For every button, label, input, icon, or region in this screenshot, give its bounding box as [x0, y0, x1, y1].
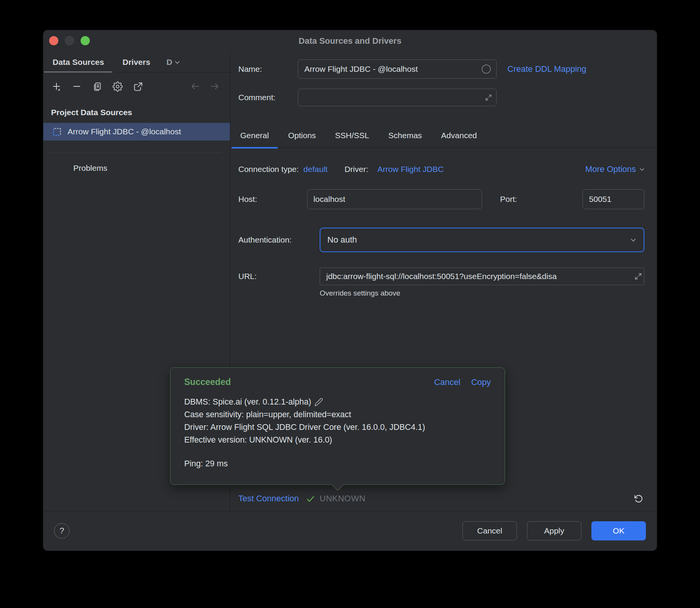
- chevron-down-icon: [638, 165, 646, 173]
- tab-advanced[interactable]: Advanced: [431, 124, 486, 148]
- driver-label: Driver:: [345, 165, 368, 174]
- url-hint-text: Overrides settings above: [320, 289, 400, 297]
- tab-ssh-ssl[interactable]: SSH/SSL: [325, 124, 379, 148]
- authentication-label: Authentication:: [238, 235, 320, 245]
- name-row: Name: Arrow Flight JDBC - @localhost Cre…: [238, 59, 646, 79]
- data-source-item-label: Arrow Flight JDBC - @localhost: [68, 127, 181, 136]
- host-label: Host:: [238, 195, 307, 204]
- open-in-new-icon[interactable]: [132, 81, 143, 92]
- connection-type-row: Connection type: default Driver: Arrow F…: [238, 162, 646, 176]
- forward-arrow-icon[interactable]: [209, 81, 220, 92]
- connection-status-text: UNKNOWN: [320, 494, 366, 504]
- more-options-link[interactable]: More Options: [585, 164, 646, 174]
- remove-data-source-icon[interactable]: [71, 81, 82, 92]
- chevron-down-icon[interactable]: [173, 58, 182, 66]
- tab-drivers[interactable]: Drivers: [113, 52, 159, 73]
- popup-copy-link[interactable]: Copy: [471, 377, 491, 387]
- apply-button[interactable]: Apply: [527, 521, 581, 540]
- driver-line: Driver: Arrow Flight SQL JDBC Driver Cor…: [184, 421, 491, 434]
- cancel-button[interactable]: Cancel: [462, 521, 517, 540]
- test-connection-row: Test Connection UNKNOWN: [238, 490, 644, 507]
- driver-value-link[interactable]: Arrow Flight JDBC: [378, 165, 444, 174]
- comment-label: Comment:: [238, 93, 298, 102]
- check-icon: [305, 493, 316, 504]
- data-source-icon: [52, 127, 62, 137]
- add-data-source-icon[interactable]: [51, 81, 62, 92]
- progress-circle-icon: [482, 64, 491, 74]
- name-label: Name:: [238, 64, 298, 74]
- popup-body: DBMS: Spice.ai (ver. 0.12.1-alpha) Case …: [184, 396, 491, 469]
- comment-row: Comment:: [238, 89, 646, 106]
- duplicate-icon[interactable]: [92, 81, 102, 92]
- tab-truncated[interactable]: D: [160, 52, 174, 73]
- port-input[interactable]: 50051: [583, 189, 644, 209]
- port-label: Port:: [500, 195, 569, 204]
- footer-buttons: Cancel Apply OK: [462, 521, 646, 540]
- back-arrow-icon[interactable]: [190, 81, 201, 92]
- sidebar-toolbar: [43, 73, 230, 100]
- pencil-icon[interactable]: [314, 398, 323, 406]
- data-sources-dialog: Data Sources and Drivers Data Sources Dr…: [43, 30, 657, 551]
- dbms-line: DBMS: Spice.ai (ver. 0.12.1-alpha): [184, 396, 491, 408]
- help-icon[interactable]: ?: [54, 523, 69, 539]
- dialog-footer: ? Cancel Apply OK: [43, 511, 657, 550]
- connection-type-value-link[interactable]: default: [304, 165, 328, 174]
- host-input[interactable]: localhost: [307, 189, 482, 209]
- host-row: Host: localhost Port: 50051: [238, 189, 644, 209]
- sidebar-divider: [49, 153, 221, 153]
- settings-tabstrip: General Options SSH/SSL Schemas Advanced: [231, 124, 657, 148]
- url-row: URL: jdbc:arrow-flight-sql://localhost:5…: [238, 268, 644, 285]
- status-badge: Succeeded: [184, 377, 231, 387]
- test-connection-result-popup: Succeeded Cancel Copy DBMS: Spice.ai (ve…: [170, 367, 505, 485]
- ping-line: Ping: 29 ms: [184, 459, 491, 469]
- tab-options[interactable]: Options: [279, 124, 325, 148]
- tab-schemas[interactable]: Schemas: [379, 124, 432, 148]
- effective-version-line: Effective version: UNKNOWN (ver. 16.0): [184, 434, 491, 446]
- ok-button[interactable]: OK: [591, 521, 646, 540]
- popup-cancel-link[interactable]: Cancel: [434, 377, 460, 387]
- case-sensitivity-line: Case sensitivity: plain=upper, delimited…: [184, 408, 491, 421]
- comment-input[interactable]: [298, 89, 497, 106]
- tab-general[interactable]: General: [231, 124, 279, 148]
- create-ddl-mapping-link[interactable]: Create DDL Mapping: [507, 64, 586, 74]
- revert-icon[interactable]: [633, 493, 644, 504]
- url-input[interactable]: jdbc:arrow-flight-sql://localhost:50051?…: [320, 268, 644, 285]
- test-connection-link[interactable]: Test Connection: [238, 494, 299, 504]
- gear-icon[interactable]: [112, 81, 123, 92]
- data-source-list-item[interactable]: Arrow Flight JDBC - @localhost: [43, 123, 230, 140]
- expand-icon[interactable]: [634, 272, 642, 281]
- chevron-down-icon: [629, 236, 637, 244]
- tab-data-sources[interactable]: Data Sources: [43, 52, 113, 73]
- popup-actions: Cancel Copy: [434, 377, 491, 387]
- url-label: URL:: [238, 272, 320, 281]
- name-input[interactable]: Arrow Flight JDBC - @localhost: [298, 59, 497, 79]
- expand-icon[interactable]: [485, 94, 492, 101]
- window-title: Data Sources and Drivers: [43, 30, 657, 52]
- authentication-row: Authentication: No auth: [238, 228, 644, 252]
- authentication-select[interactable]: No auth: [320, 228, 644, 252]
- sidebar-tabstrip: Data Sources Drivers D: [43, 52, 230, 73]
- popup-header: Succeeded Cancel Copy: [184, 377, 491, 387]
- title-bar: Data Sources and Drivers: [43, 30, 657, 52]
- history-nav: [190, 81, 220, 92]
- sidebar-item-problems[interactable]: Problems: [73, 164, 230, 173]
- connection-type-label: Connection type:: [238, 165, 299, 174]
- project-data-sources-header: Project Data Sources: [51, 108, 230, 117]
